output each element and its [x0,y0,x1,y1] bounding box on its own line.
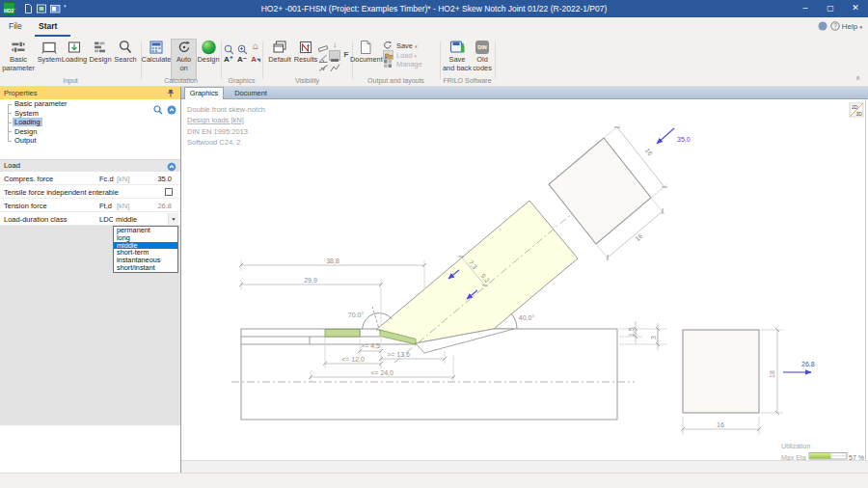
sync-icon [818,21,827,31]
tree-item-basic-parameter[interactable]: Basic parameter [13,99,69,109]
bearing-surface-1 [325,330,360,337]
row-compression-force: Compres. force Fc.d [kN] 35.0 [0,172,180,185]
status-bar [0,473,868,488]
calculate-icon [149,40,164,55]
font-color-icon[interactable]: A◥ [250,55,261,66]
svg-text:2D: 2D [852,104,858,110]
angle-label-70: 70.0° [348,312,365,318]
canvas-bottom-strip [181,460,868,473]
properties-panel: Properties Basic parameter System Loadin… [0,87,180,473]
tree-item-system[interactable]: System [13,109,41,119]
dropdown-option-middle[interactable]: middle [114,242,177,250]
svg-text:1,5: 1,5 [628,327,635,337]
zoom-selection-icon[interactable] [236,41,248,52]
save-and-back-icon [449,40,466,55]
toggle-section-icon[interactable] [317,60,329,70]
zoom-home-icon[interactable]: ⌂ [250,41,261,51]
ribbon-design-calculation-button[interactable]: Design [195,40,222,64]
tensile-independent-checkbox[interactable] [165,188,173,196]
row-tensile-independent: Tensile force independent enterable [0,185,180,199]
tab-start[interactable]: Start [39,21,57,31]
dimension-depth-1-5: 1,5 [619,321,667,344]
svg-text:38,8: 38,8 [326,258,339,264]
graphics-canvas[interactable]: Double front skew-notch Design loads [kN… [181,99,866,460]
minimize-button[interactable]: – [793,0,818,17]
tab-graphics[interactable]: Graphics [184,87,224,99]
pin-icon[interactable] [167,89,175,97]
tree-item-loading[interactable]: Loading [13,118,42,127]
help-menu[interactable]: ? Help ▾ [818,21,862,31]
app-icon[interactable]: HO2+ [3,2,15,14]
strut-force-arrow [657,128,674,144]
dropdown-option-instantaneous[interactable]: instantaneous [114,257,177,264]
design-icon [93,40,108,55]
note-material: Softwood C24, 2 [187,138,240,147]
close-button[interactable]: ✕ [843,0,868,17]
section-collapse-icon[interactable] [167,162,176,172]
compression-force-unit: [kN] [117,175,129,183]
panel-collapse-icon[interactable] [167,105,176,115]
ribbon-basic-parameter-button[interactable]: Basicparameter [2,40,35,72]
dimension-24-0: <= 24,0 [311,356,453,382]
ribbon-results-button[interactable]: Results [291,40,320,64]
svg-text:?: ? [833,22,837,29]
ribbon-old-codes-button[interactable]: DIN Oldcodes [469,40,496,72]
properties-header[interactable]: Properties [0,87,180,99]
load-duration-value: middle [116,215,137,224]
ribbon-auto-on-label[interactable]: Autoon [171,40,197,72]
dimension-29-9: 29,9 [241,277,381,327]
folder-icon [383,50,393,60]
compression-force-input[interactable]: 35.0 [157,175,172,183]
tab-document[interactable]: Document [227,87,275,99]
group-label-frilo: FRILO Software [440,77,495,84]
ribbon-document-button[interactable]: Document [350,40,381,64]
combo-dropdown-icon[interactable]: ▼ [168,213,178,225]
window-title: HO2+ -001-FHSN (Project: Examples Timber… [96,0,772,17]
quick-access-dropdown-icon[interactable]: ▾ [64,3,67,9]
row-load-duration-class: Load-duration class LDC middle ▼ [0,212,180,226]
angle-arc-40 [511,314,517,329]
note-norm: DIN EN 1995:2013 [187,127,248,136]
note-title: Double front skew-notch [187,105,265,114]
save-icon[interactable] [50,4,61,14]
angle-label-40: 40.0° [519,314,535,321]
ribbon-collapse-icon[interactable]: ∧ [855,74,860,82]
zoom-icon[interactable] [223,41,234,52]
maximize-button[interactable]: ▢ [818,0,843,17]
strut-force-label: 35,0 [677,136,691,143]
ribbon-calculate-button[interactable]: Calculate [140,40,173,64]
ribbon-search-button[interactable]: Search [109,40,142,64]
beam-force-label: 26,8 [801,361,815,367]
row-tension-force: Tension force Ft,d [kN] 26.8 [0,199,180,212]
help-icon: ? [830,21,840,31]
dropdown-option-short-instant[interactable]: short/instant [114,264,177,272]
view-tabstrip: Graphics Document [181,87,868,99]
view-2d3d-toggle[interactable]: 2D 3D [850,103,863,117]
dropdown-option-long[interactable]: long [114,234,177,242]
ribbon-save-layout-button[interactable]: Save ▾ [383,41,418,49]
toggle-system-lines-icon[interactable] [329,60,340,70]
compression-force-label: Compres. force [4,175,53,183]
group-label-output: Output and layouts [352,77,440,84]
ribbon-manage-layouts-button[interactable]: Manage [383,59,422,68]
dropdown-option-permanent[interactable]: permanent [114,227,177,234]
tension-force-label: Tension force [4,202,47,210]
menu-file[interactable]: File [9,21,22,31]
start-tab-underline [35,35,70,37]
panel-search-icon[interactable] [153,105,163,115]
load-duration-dropdown: permanent long middle short-term instant… [113,226,178,273]
load-duration-combobox[interactable]: middle ▼ [113,213,178,225]
font-increase-icon[interactable]: A⁺ [223,55,234,66]
open-icon[interactable] [37,4,47,14]
font-decrease-icon[interactable]: A⁻ [236,55,248,66]
svg-text:3D: 3D [856,111,863,117]
svg-text:3: 3 [650,336,657,339]
load-section-header[interactable]: Load [0,159,180,172]
tree-item-design[interactable]: Design [13,127,39,137]
drawing: Double front skew-notch Design loads [kN… [181,99,866,460]
ribbon-load-layout-button[interactable]: Load ▾ [383,50,417,59]
new-document-icon[interactable] [24,4,33,14]
tree-item-output[interactable]: Output [13,136,39,146]
basic-parameter-icon [11,40,26,55]
dropdown-option-short-term[interactable]: short-term [114,249,177,257]
